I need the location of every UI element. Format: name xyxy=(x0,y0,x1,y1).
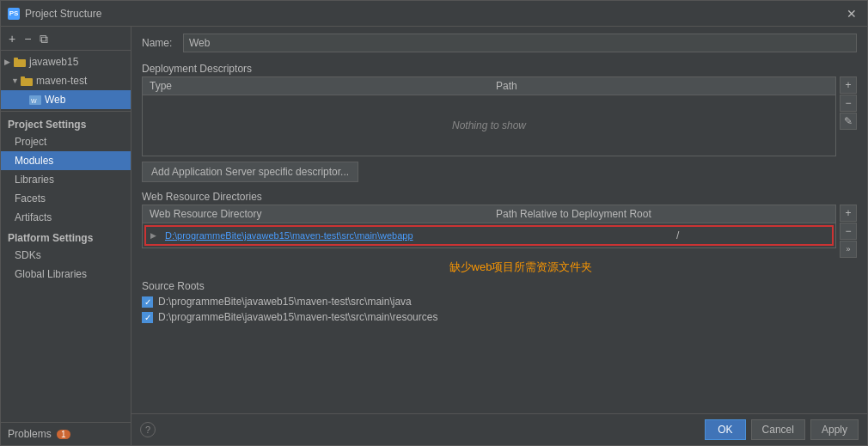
source-root-label-2: D:\programmeBite\javaweb15\maven-test\sr… xyxy=(158,311,437,323)
dd-side-buttons: + − ✎ xyxy=(840,76,857,130)
folder-icon xyxy=(20,75,34,87)
svg-text:W: W xyxy=(31,98,37,104)
web-module-icon: W xyxy=(28,94,42,106)
sidebar-item-project[interactable]: Project xyxy=(1,132,131,151)
dd-edit-button[interactable]: ✎ xyxy=(840,113,857,130)
svg-rect-1 xyxy=(14,58,18,60)
dialog-title: Project Structure xyxy=(25,8,843,20)
help-button[interactable]: ? xyxy=(140,422,156,437)
wr-table-row: ▶ D:\programmeBite\javaweb15\maven-test\… xyxy=(144,225,834,246)
name-label: Name: xyxy=(142,37,176,49)
deployment-descriptors-title: Deployment Descriptors xyxy=(131,59,867,76)
wr-add-button[interactable]: + xyxy=(840,205,857,222)
tree-item-web[interactable]: W Web xyxy=(1,90,131,109)
sidebar-item-libraries[interactable]: Libraries xyxy=(1,170,131,189)
add-server-descriptor-button[interactable]: Add Application Server specific descript… xyxy=(142,162,358,182)
annotation-text: 缺少web项目所需资源文件夹 xyxy=(131,258,867,277)
table-header: Type Path xyxy=(143,77,835,95)
problems-badge: 1 xyxy=(57,430,70,439)
tree-arrow: ▼ xyxy=(11,76,20,85)
source-root-row-2: D:\programmeBite\javaweb15\maven-test\sr… xyxy=(131,309,867,325)
problems-row[interactable]: Problems 1 xyxy=(8,426,124,442)
tree-label: javaweb15 xyxy=(29,56,78,68)
remove-button[interactable]: − xyxy=(21,31,34,46)
ok-button[interactable]: OK xyxy=(705,419,745,440)
wr-col2-header: Path Relative to Deployment Root xyxy=(489,205,835,223)
tree-label: maven-test xyxy=(36,75,87,87)
wr-relative-path-cell: / xyxy=(671,227,832,244)
sidebar-bottom: Problems 1 xyxy=(1,422,131,445)
path-column-header: Path xyxy=(489,77,835,95)
svg-rect-3 xyxy=(21,76,25,79)
folder-icon xyxy=(13,56,27,68)
sidebar-item-global-libraries[interactable]: Global Libraries xyxy=(1,265,131,284)
wr-expand-icon: ▶ xyxy=(146,231,160,240)
sidebar-item-artifacts[interactable]: Artifacts xyxy=(1,208,131,227)
bottom-bar: ? OK Cancel Apply xyxy=(131,413,867,445)
main-content: + − ⧉ ▶ javaweb15 ▼ xyxy=(1,27,867,445)
svg-rect-2 xyxy=(21,78,33,86)
tree-label: Web xyxy=(45,94,65,106)
project-structure-dialog: PS Project Structure ✕ + − ⧉ ▶ xyxy=(0,0,868,446)
web-resource-directories-title: Web Resource Directories xyxy=(131,187,867,205)
copy-button[interactable]: ⧉ xyxy=(37,31,51,46)
sidebar-item-sdks[interactable]: SDKs xyxy=(1,246,131,265)
sidebar-item-modules[interactable]: Modules xyxy=(1,151,131,170)
wr-col1-header: Web Resource Directory xyxy=(143,205,489,223)
tree-arrow: ▶ xyxy=(4,58,13,66)
checkbox-2[interactable] xyxy=(142,312,153,323)
dd-remove-button[interactable]: − xyxy=(840,95,857,112)
right-panel: Name: Deployment Descriptors Type Path N… xyxy=(131,27,867,445)
svg-rect-0 xyxy=(14,59,26,67)
app-icon: PS xyxy=(8,8,20,20)
title-bar: PS Project Structure ✕ xyxy=(1,1,867,27)
sidebar: + − ⧉ ▶ javaweb15 ▼ xyxy=(1,27,131,445)
wr-more-button[interactable]: » xyxy=(840,241,857,258)
close-button[interactable]: ✕ xyxy=(843,7,860,21)
wr-side-buttons: + − » xyxy=(840,205,857,258)
name-input[interactable] xyxy=(183,34,857,52)
checkbox-1[interactable] xyxy=(142,296,153,308)
sidebar-toolbar: + − ⧉ xyxy=(1,27,131,51)
type-column-header: Type xyxy=(143,77,489,95)
sidebar-item-facets[interactable]: Facets xyxy=(1,189,131,208)
sidebar-tree: ▶ javaweb15 ▼ xyxy=(1,51,131,422)
source-roots-title: Source Roots xyxy=(131,277,867,294)
wr-remove-button[interactable]: − xyxy=(840,223,857,240)
dd-add-button[interactable]: + xyxy=(840,76,857,94)
panel-scroll: Deployment Descriptors Type Path Nothing… xyxy=(131,59,867,413)
wr-table-header: Web Resource Directory Path Relative to … xyxy=(143,205,835,223)
cancel-button[interactable]: Cancel xyxy=(751,419,805,440)
add-button[interactable]: + xyxy=(6,31,18,46)
tree-item-javaweb15[interactable]: ▶ javaweb15 xyxy=(1,52,131,71)
source-root-label-1: D:\programmeBite\javaweb15\maven-test\sr… xyxy=(158,296,412,308)
table-body-empty: Nothing to show xyxy=(143,95,835,156)
deployment-descriptors-table: Type Path Nothing to show xyxy=(142,76,836,156)
project-settings-header: Project Settings xyxy=(1,113,131,132)
apply-button[interactable]: Apply xyxy=(810,419,859,440)
platform-settings-header: Platform Settings xyxy=(1,227,131,246)
name-row: Name: xyxy=(131,27,867,59)
wr-path-cell[interactable]: D:\programmeBite\javaweb15\maven-test\sr… xyxy=(160,228,671,243)
web-resource-directories-table: Web Resource Directory Path Relative to … xyxy=(142,205,836,248)
tree-item-maven-test[interactable]: ▼ maven-test xyxy=(1,71,131,90)
source-root-row-1: D:\programmeBite\javaweb15\maven-test\sr… xyxy=(131,294,867,309)
empty-text: Nothing to show xyxy=(452,119,526,131)
